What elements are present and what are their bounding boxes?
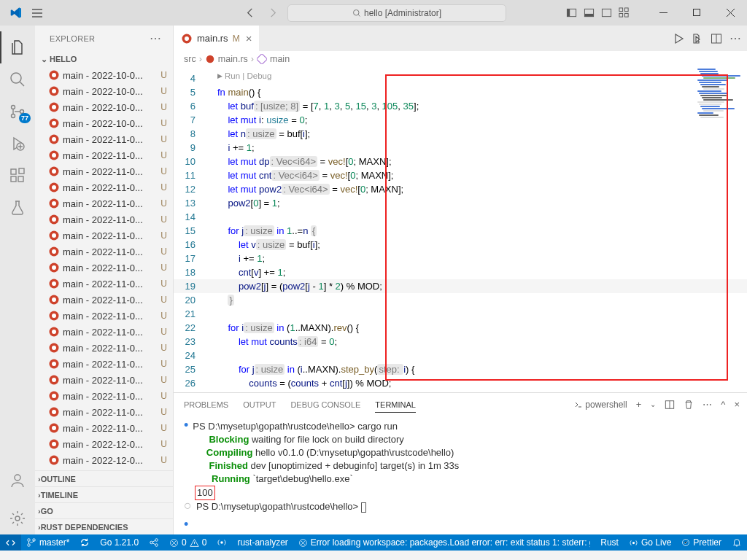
svg-point-45 <box>52 249 56 254</box>
status-prettier[interactable]: Prettier <box>676 534 727 551</box>
section-rust[interactable]: ›RUST DEPENDENCIES <box>35 518 173 534</box>
layout-sidebar-left-icon[interactable] <box>563 5 579 21</box>
svg-point-25 <box>52 89 56 93</box>
activity-extensions-icon[interactable] <box>0 160 35 192</box>
panel-more-icon[interactable]: ⋯ <box>703 399 712 410</box>
tab-main-rs[interactable]: main.rs M × <box>174 26 259 51</box>
svg-point-11 <box>11 73 21 83</box>
section-timeline[interactable]: ›TIMELINE <box>35 486 173 502</box>
tab-more-icon[interactable]: ⋯ <box>729 31 741 45</box>
status-radio-icon[interactable] <box>212 534 232 551</box>
svg-point-27 <box>52 105 56 109</box>
activity-explorer-icon[interactable] <box>0 31 35 63</box>
status-bell-icon[interactable] <box>727 534 747 551</box>
new-terminal-icon[interactable]: + <box>636 399 642 410</box>
file-item[interactable]: main - 2022-10-0...U <box>35 67 173 83</box>
svg-rect-78 <box>257 54 267 64</box>
activity-account-icon[interactable] <box>0 464 35 497</box>
file-item[interactable]: main - 2022-11-0...U <box>35 324 173 340</box>
svg-point-0 <box>353 9 359 15</box>
svg-point-63 <box>52 394 56 398</box>
sidebar-more-icon[interactable]: ⋯ <box>150 31 161 45</box>
activity-settings-icon[interactable] <box>0 502 35 534</box>
file-item[interactable]: main - 2022-11-0...U <box>35 260 173 276</box>
file-item[interactable]: main - 2022-11-0...U <box>35 372 173 388</box>
diff-icon[interactable] <box>692 33 703 44</box>
file-item[interactable]: main - 2022-11-0...U <box>35 340 173 356</box>
activity-debug-icon[interactable] <box>0 128 35 160</box>
file-item[interactable]: main - 2022-11-0...U <box>35 276 173 292</box>
tab-terminal[interactable]: TERMINAL <box>375 400 416 413</box>
status-errors[interactable]: 0 0 <box>164 534 212 551</box>
trash-icon[interactable] <box>684 400 694 410</box>
window-maximize-icon[interactable] <box>680 0 713 26</box>
svg-rect-19 <box>19 168 24 174</box>
layout-customize-icon[interactable] <box>616 5 632 21</box>
file-item[interactable]: main - 2022-11-0...U <box>35 163 173 179</box>
status-sync[interactable] <box>74 534 95 551</box>
tab-output[interactable]: OUTPUT <box>243 400 276 409</box>
file-item[interactable]: main - 2022-10-0...U <box>35 115 173 131</box>
tab-close-icon[interactable]: × <box>246 32 252 44</box>
file-item[interactable]: main - 2022-11-0...U <box>35 195 173 211</box>
codelens[interactable]: ▶Run | Debug <box>217 71 271 80</box>
activity-search-icon[interactable] <box>0 63 35 96</box>
svg-point-41 <box>52 217 56 222</box>
menu-icon[interactable] <box>31 7 43 19</box>
status-go-live[interactable]: Go Live <box>624 534 676 551</box>
file-item[interactable]: main - 2022-11-0...U <box>35 147 173 163</box>
file-item[interactable]: main - 2022-11-0...U <box>35 179 173 195</box>
minimap[interactable] <box>697 69 741 141</box>
terminal[interactable]: •PS D:\mysetup\gopath\rustcode\hello> ca… <box>174 416 747 534</box>
svg-point-67 <box>52 426 56 430</box>
remote-indicator[interactable] <box>0 534 21 551</box>
file-item[interactable]: main - 2022-11-0...U <box>35 131 173 147</box>
file-item[interactable]: main - 2022-10-0...U <box>35 99 173 115</box>
tab-debug-console[interactable]: DEBUG CONSOLE <box>290 400 360 409</box>
run-icon[interactable] <box>673 33 684 44</box>
nav-back-icon[interactable] <box>241 4 258 22</box>
terminal-shell[interactable]: powershell <box>574 400 627 410</box>
split-icon[interactable] <box>711 33 722 44</box>
svg-point-59 <box>52 362 56 366</box>
layout-panel-icon[interactable] <box>581 5 597 21</box>
activity-testing-icon[interactable] <box>0 192 35 224</box>
code-editor[interactable]: ▶Run | Debug 456789101112131415161718192… <box>174 67 747 392</box>
file-item[interactable]: main - 2022-11-0...U <box>35 420 173 436</box>
file-item[interactable]: main - 2022-11-0...U <box>35 211 173 228</box>
breadcrumb[interactable]: src› main.rs› main <box>174 51 747 67</box>
status-language[interactable]: Rust <box>595 534 624 551</box>
panel-maximize-icon[interactable]: ^ <box>721 399 725 410</box>
file-item[interactable]: main - 2022-11-0...U <box>35 244 173 260</box>
file-item[interactable]: main - 2022-11-0...U <box>35 388 173 404</box>
project-section[interactable]: ⌄HELLO <box>35 51 173 67</box>
file-item[interactable]: main - 2022-12-0...U <box>35 436 173 452</box>
svg-point-65 <box>52 410 56 414</box>
terminal-dropdown-icon[interactable]: ⌄ <box>650 400 656 408</box>
status-go-version[interactable]: Go 1.21.0 <box>95 534 144 551</box>
file-item[interactable]: main - 2022-11-0...U <box>35 404 173 420</box>
tab-problems[interactable]: PROBLEMS <box>184 400 228 409</box>
status-error-msg[interactable]: Error loading workspace: packages.Load e… <box>293 534 595 551</box>
file-item[interactable]: main - 2022-11-0...U <box>35 356 173 372</box>
split-terminal-icon[interactable] <box>665 400 675 410</box>
file-item[interactable]: main - 2022-11-0...U <box>35 228 173 244</box>
command-center[interactable]: hello [Administrator] <box>287 4 506 22</box>
panel-close-icon[interactable]: × <box>734 399 740 410</box>
nav-forward-icon[interactable] <box>264 4 282 22</box>
status-rust-analyzer[interactable]: rust-analyzer <box>232 534 293 551</box>
activity-scm-icon[interactable]: 77 <box>0 96 35 128</box>
status-branch[interactable]: master* <box>21 534 74 551</box>
svg-rect-8 <box>619 13 622 17</box>
status-share-icon[interactable] <box>144 534 164 551</box>
file-item[interactable]: main - 2022-11-0...U <box>35 308 173 324</box>
window-close-icon[interactable] <box>713 0 747 26</box>
layout-sidebar-right-icon[interactable] <box>598 5 614 21</box>
file-item[interactable]: main - 2022-10-0...U <box>35 83 173 99</box>
file-item[interactable]: main - 2022-11-0...U <box>35 292 173 308</box>
title-bar: hello [Administrator] <box>0 0 747 26</box>
window-minimize-icon[interactable] <box>646 0 680 26</box>
file-item[interactable]: main - 2022-12-0...U <box>35 452 173 468</box>
section-go[interactable]: ›GO <box>35 502 173 518</box>
section-outline[interactable]: ›OUTLINE <box>35 470 173 486</box>
